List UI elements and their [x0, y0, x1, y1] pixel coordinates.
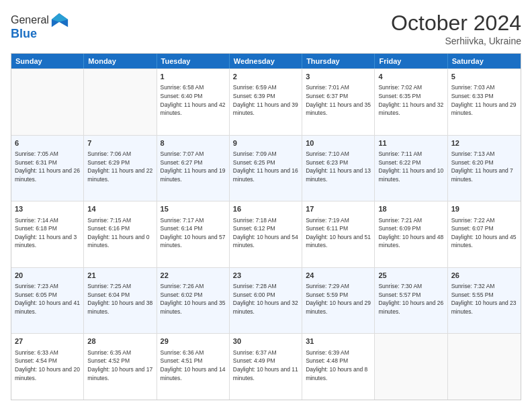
cell-row2-col6: 11Sunrise: 7:11 AMSunset: 6:22 PMDayligh…: [375, 136, 447, 201]
cell-content: Sunrise: 7:13 AMSunset: 6:20 PMDaylight:…: [451, 150, 513, 183]
logo-general-text: General: [11, 14, 49, 26]
cell-row3-col4: 16Sunrise: 7:18 AMSunset: 6:12 PMDayligh…: [230, 201, 302, 267]
cell-row5-col1: 27Sunrise: 6:33 AMSunset: 4:54 PMDayligh…: [11, 334, 84, 400]
day-number: 25: [378, 271, 443, 281]
day-number: 21: [87, 271, 152, 281]
cell-row5-col2: 28Sunrise: 6:35 AMSunset: 4:52 PMDayligh…: [84, 334, 157, 400]
cell-row5-col4: 30Sunrise: 6:37 AMSunset: 4:49 PMDayligh…: [230, 334, 302, 400]
cell-row3-col3: 15Sunrise: 7:17 AMSunset: 6:14 PMDayligh…: [157, 201, 230, 267]
cell-row3-col1: 13Sunrise: 7:14 AMSunset: 6:18 PMDayligh…: [11, 201, 84, 267]
month-title: October 2024: [391, 11, 521, 36]
cell-row1-col3: 1Sunrise: 6:58 AMSunset: 6:40 PMDaylight…: [157, 69, 230, 135]
cell-content: Sunrise: 7:28 AMSunset: 6:00 PMDaylight:…: [233, 283, 298, 315]
calendar: Sunday Monday Tuesday Wednesday Thursday…: [11, 53, 521, 400]
page: General Blue October 2024 Serhiivka, Ukr…: [0, 0, 532, 411]
day-number: 12: [451, 138, 517, 148]
logo: General Blue: [11, 11, 69, 41]
cell-row2-col2: 7Sunrise: 7:06 AMSunset: 6:29 PMDaylight…: [84, 136, 157, 201]
day-number: 13: [15, 204, 80, 214]
cell-row2-col3: 8Sunrise: 7:07 AMSunset: 6:27 PMDaylight…: [157, 136, 230, 201]
calendar-row-5: 27Sunrise: 6:33 AMSunset: 4:54 PMDayligh…: [11, 333, 521, 400]
location-subtitle: Serhiivka, Ukraine: [391, 36, 521, 46]
header-monday: Monday: [84, 54, 157, 68]
cell-row1-col2: [84, 69, 157, 135]
calendar-row-4: 20Sunrise: 7:23 AMSunset: 6:05 PMDayligh…: [11, 267, 521, 334]
cell-row2-col5: 10Sunrise: 7:10 AMSunset: 6:23 PMDayligh…: [302, 136, 375, 201]
day-number: 24: [306, 271, 371, 281]
day-number: 7: [87, 138, 152, 148]
calendar-row-1: 1Sunrise: 6:58 AMSunset: 6:40 PMDaylight…: [11, 68, 521, 135]
cell-content: Sunrise: 7:11 AMSunset: 6:22 PMDaylight:…: [378, 150, 443, 183]
cell-content: Sunrise: 7:23 AMSunset: 6:05 PMDaylight:…: [15, 283, 80, 315]
cell-row2-col1: 6Sunrise: 7:05 AMSunset: 6:31 PMDaylight…: [11, 136, 84, 201]
cell-row2-col4: 9Sunrise: 7:09 AMSunset: 6:25 PMDaylight…: [230, 136, 302, 201]
header: General Blue October 2024 Serhiivka, Ukr…: [11, 11, 521, 46]
day-number: 27: [15, 336, 80, 347]
cell-content: Sunrise: 7:32 AMSunset: 5:55 PMDaylight:…: [451, 283, 517, 315]
cell-row1-col1: [11, 69, 84, 135]
calendar-row-2: 6Sunrise: 7:05 AMSunset: 6:31 PMDaylight…: [11, 135, 521, 201]
day-number: 2: [233, 72, 298, 82]
day-number: 30: [233, 336, 298, 347]
day-number: 15: [161, 204, 226, 214]
cell-content: Sunrise: 7:06 AMSunset: 6:29 PMDaylight:…: [87, 150, 152, 183]
cell-content: Sunrise: 6:58 AMSunset: 6:40 PMDaylight:…: [161, 84, 226, 116]
cell-content: Sunrise: 7:18 AMSunset: 6:12 PMDaylight:…: [233, 217, 298, 249]
day-number: 17: [306, 204, 371, 214]
calendar-header: Sunday Monday Tuesday Wednesday Thursday…: [11, 54, 521, 68]
cell-content: Sunrise: 7:14 AMSunset: 6:18 PMDaylight:…: [15, 217, 77, 249]
day-number: 29: [161, 336, 226, 347]
day-number: 23: [233, 271, 298, 281]
day-number: 5: [451, 72, 517, 82]
cell-content: Sunrise: 7:21 AMSunset: 6:09 PMDaylight:…: [378, 217, 443, 249]
cell-row4-col5: 24Sunrise: 7:29 AMSunset: 5:59 PMDayligh…: [302, 268, 375, 334]
cell-content: Sunrise: 6:59 AMSunset: 6:39 PMDaylight:…: [233, 84, 298, 116]
logo-icon: [50, 11, 69, 30]
cell-row3-col7: 19Sunrise: 7:22 AMSunset: 6:07 PMDayligh…: [448, 201, 521, 267]
day-number: 16: [233, 204, 298, 214]
calendar-body: 1Sunrise: 6:58 AMSunset: 6:40 PMDaylight…: [11, 68, 521, 400]
header-saturday: Saturday: [448, 54, 521, 68]
cell-row3-col2: 14Sunrise: 7:15 AMSunset: 6:16 PMDayligh…: [84, 201, 157, 267]
title-block: October 2024 Serhiivka, Ukraine: [391, 11, 521, 46]
cell-row5-col3: 29Sunrise: 6:36 AMSunset: 4:51 PMDayligh…: [157, 334, 230, 400]
cell-row1-col4: 2Sunrise: 6:59 AMSunset: 6:39 PMDaylight…: [230, 69, 302, 135]
cell-row5-col6: [375, 334, 447, 400]
cell-row5-col5: 31Sunrise: 6:39 AMSunset: 4:48 PMDayligh…: [302, 334, 375, 400]
day-number: 9: [233, 138, 298, 148]
cell-content: Sunrise: 7:25 AMSunset: 6:04 PMDaylight:…: [87, 283, 152, 315]
cell-content: Sunrise: 7:29 AMSunset: 5:59 PMDaylight:…: [306, 283, 371, 315]
cell-content: Sunrise: 6:36 AMSunset: 4:51 PMDaylight:…: [161, 349, 226, 381]
cell-row3-col5: 17Sunrise: 7:19 AMSunset: 6:11 PMDayligh…: [302, 201, 375, 267]
day-number: 6: [15, 138, 80, 148]
cell-content: Sunrise: 7:07 AMSunset: 6:27 PMDaylight:…: [161, 150, 226, 183]
cell-content: Sunrise: 7:22 AMSunset: 6:07 PMDaylight:…: [451, 217, 517, 249]
cell-content: Sunrise: 7:26 AMSunset: 6:02 PMDaylight:…: [161, 283, 226, 315]
day-number: 1: [161, 72, 226, 82]
cell-content: Sunrise: 7:19 AMSunset: 6:11 PMDaylight:…: [306, 217, 371, 249]
cell-content: Sunrise: 7:03 AMSunset: 6:33 PMDaylight:…: [451, 84, 517, 116]
cell-row4-col4: 23Sunrise: 7:28 AMSunset: 6:00 PMDayligh…: [230, 268, 302, 334]
cell-content: Sunrise: 6:35 AMSunset: 4:52 PMDaylight:…: [87, 349, 152, 381]
cell-content: Sunrise: 6:33 AMSunset: 4:54 PMDaylight:…: [15, 349, 80, 381]
day-number: 4: [378, 72, 443, 82]
day-number: 10: [306, 138, 371, 148]
cell-content: Sunrise: 7:05 AMSunset: 6:31 PMDaylight:…: [15, 150, 80, 183]
day-number: 31: [306, 336, 371, 347]
header-friday: Friday: [375, 54, 447, 68]
cell-content: Sunrise: 7:02 AMSunset: 6:35 PMDaylight:…: [378, 84, 443, 116]
day-number: 18: [378, 204, 443, 214]
day-number: 19: [451, 204, 517, 214]
day-number: 11: [378, 138, 443, 148]
day-number: 3: [306, 72, 371, 82]
cell-content: Sunrise: 7:30 AMSunset: 5:57 PMDaylight:…: [378, 283, 443, 315]
cell-row4-col1: 20Sunrise: 7:23 AMSunset: 6:05 PMDayligh…: [11, 268, 84, 334]
cell-row1-col6: 4Sunrise: 7:02 AMSunset: 6:35 PMDaylight…: [375, 69, 447, 135]
cell-content: Sunrise: 7:15 AMSunset: 6:16 PMDaylight:…: [87, 217, 149, 249]
cell-content: Sunrise: 7:10 AMSunset: 6:23 PMDaylight:…: [306, 150, 371, 183]
day-number: 20: [15, 271, 80, 281]
header-sunday: Sunday: [11, 54, 84, 68]
cell-content: Sunrise: 6:39 AMSunset: 4:48 PMDaylight:…: [306, 349, 367, 381]
cell-row4-col6: 25Sunrise: 7:30 AMSunset: 5:57 PMDayligh…: [375, 268, 447, 334]
cell-row1-col5: 3Sunrise: 7:01 AMSunset: 6:37 PMDaylight…: [302, 69, 375, 135]
